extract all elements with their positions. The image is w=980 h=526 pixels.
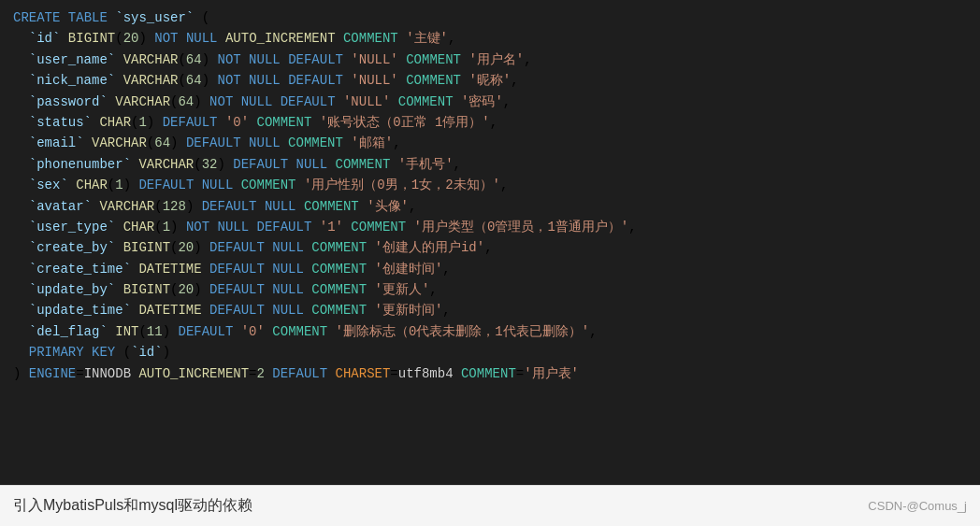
code-line: `nick_name` VARCHAR(64) NOT NULL DEFAULT… xyxy=(13,70,967,91)
code-line: `update_by` BIGINT(20) DEFAULT NULL COMM… xyxy=(13,279,967,300)
code-line: `create_by` BIGINT(20) DEFAULT NULL COMM… xyxy=(13,237,967,258)
code-line: `password` VARCHAR(64) NOT NULL DEFAULT … xyxy=(13,92,967,112)
code-line: `id` BIGINT(20) NOT NULL AUTO_INCREMENT … xyxy=(13,28,967,49)
code-line: `update_time` DATETIME DEFAULT NULL COMM… xyxy=(13,300,967,320)
code-line: `sex` CHAR(1) DEFAULT NULL COMMENT '用户性别… xyxy=(13,175,967,195)
footer-text: 引入MybatisPuls和mysql驱动的依赖 xyxy=(13,496,252,516)
code-line: `user_name` VARCHAR(64) NOT NULL DEFAULT… xyxy=(13,50,967,70)
code-line: `user_type` CHAR(1) NOT NULL DEFAULT '1'… xyxy=(13,217,967,237)
code-line: `phonenumber` VARCHAR(32) DEFAULT NULL C… xyxy=(13,154,967,175)
code-line: ) ENGINE=INNODB AUTO_INCREMENT=2 DEFAULT… xyxy=(13,363,967,384)
code-line: PRIMARY KEY (`id`) xyxy=(13,342,967,363)
footer: 引入MybatisPuls和mysql驱动的依赖 CSDN-@Comus_j xyxy=(0,485,980,526)
footer-author: CSDN-@Comus_j xyxy=(868,499,967,513)
code-line: `del_flag` INT(11) DEFAULT '0' COMMENT '… xyxy=(13,321,967,342)
code-line: `email` VARCHAR(64) DEFAULT NULL COMMENT… xyxy=(13,133,967,153)
code-line: `status` CHAR(1) DEFAULT '0' COMMENT '账号… xyxy=(13,112,967,133)
code-line: `create_time` DATETIME DEFAULT NULL COMM… xyxy=(13,259,967,279)
code-block: CREATE TABLE `sys_user` ( `id` BIGINT(20… xyxy=(0,0,980,485)
code-line: `avatar` VARCHAR(128) DEFAULT NULL COMME… xyxy=(13,196,967,217)
code-line: CREATE TABLE `sys_user` ( xyxy=(13,7,967,28)
